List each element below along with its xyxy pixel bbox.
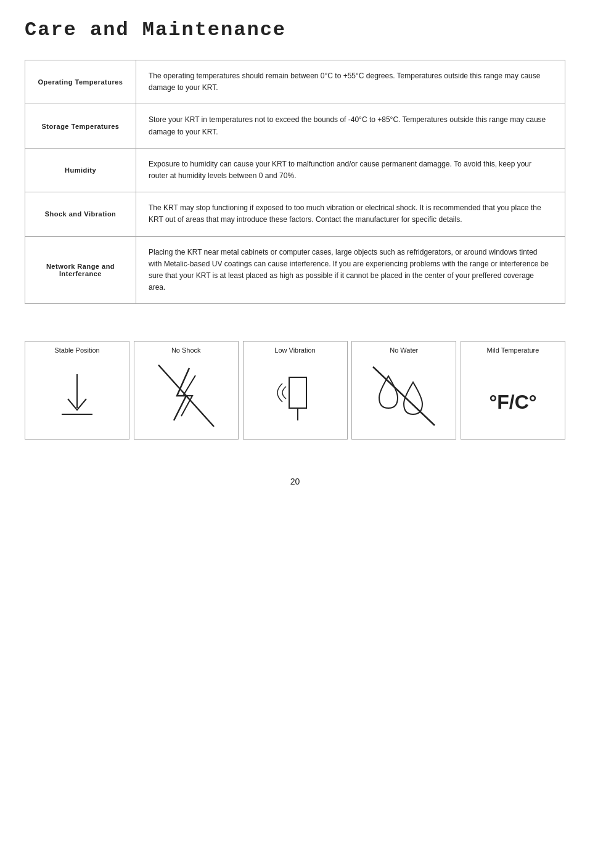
row-content: The operating temperatures should remain… (136, 60, 565, 104)
row-label: Shock and Vibration (25, 192, 136, 236)
table-row: Storage Temperatures Store your KRT in t… (25, 104, 565, 148)
icon-label-no-shock: No Shock (139, 346, 233, 354)
low-vibration-icon (268, 365, 323, 427)
icon-svg-stable-position (30, 360, 124, 432)
table-row: Shock and Vibration The KRT may stop fun… (25, 192, 565, 236)
icon-svg-low-vibration (248, 360, 342, 432)
temperature-symbol: °F/C° (489, 379, 536, 414)
care-maintenance-table: Operating Temperatures The operating tem… (25, 60, 565, 304)
icon-label-low-vibration: Low Vibration (248, 346, 342, 354)
stable-position-icon (49, 368, 105, 424)
row-content: The KRT may stop functioning if exposed … (136, 192, 565, 236)
row-label: Network Range and Interferance (25, 236, 136, 304)
icon-box-stable-position: Stable Position (25, 341, 129, 440)
icon-box-no-shock: No Shock (134, 341, 239, 440)
icon-svg-no-water (357, 360, 451, 432)
row-content: Store your KRT in temperatures not to ex… (136, 104, 565, 148)
no-water-icon (370, 364, 438, 428)
svg-rect-3 (289, 377, 306, 408)
row-content: Exposure to humidity can cause your KRT … (136, 148, 565, 192)
icon-label-mild-temperature: Mild Temperature (466, 346, 560, 354)
page-number: 20 (25, 477, 565, 486)
svg-line-5 (373, 367, 435, 425)
row-label: Humidity (25, 148, 136, 192)
icon-box-mild-temperature: Mild Temperature°F/C° (461, 341, 565, 440)
icon-box-no-water: No Water (351, 341, 456, 440)
no-shock-icon (155, 362, 217, 430)
row-content: Placing the KRT near metal cabinets or c… (136, 236, 565, 304)
row-label: Storage Temperatures (25, 104, 136, 148)
table-row: Operating Temperatures The operating tem… (25, 60, 565, 104)
icon-box-low-vibration: Low Vibration (243, 341, 348, 440)
icon-label-no-water: No Water (357, 346, 451, 354)
icon-label-stable-position: Stable Position (30, 346, 124, 354)
table-row: Network Range and Interferance Placing t… (25, 236, 565, 304)
row-label: Operating Temperatures (25, 60, 136, 104)
icons-section: Stable Position No Shock Low Vibration N… (25, 341, 565, 440)
icon-svg-mild-temperature: °F/C° (466, 360, 560, 432)
page-title: Care and Maintenance (25, 18, 565, 41)
icon-svg-no-shock (139, 360, 233, 432)
table-row: Humidity Exposure to humidity can cause … (25, 148, 565, 192)
